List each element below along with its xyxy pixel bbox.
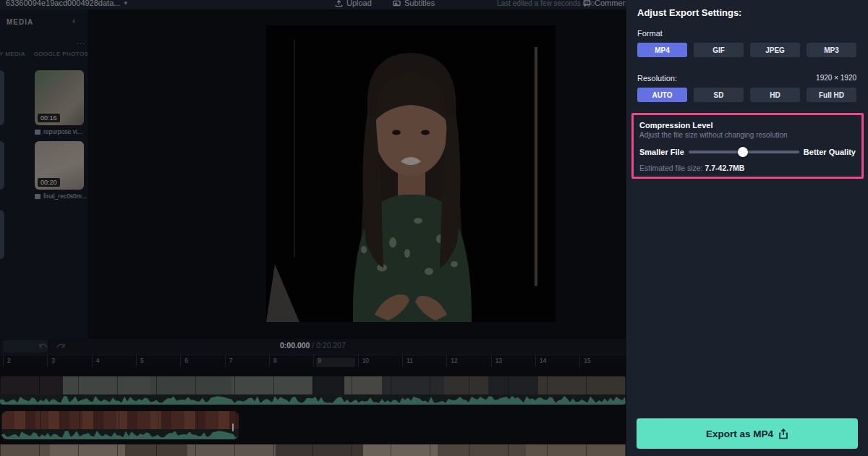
compression-slider-knob[interactable] [738,147,748,157]
subtitles-label: Subtitles [404,0,435,7]
media-item-partial[interactable] [0,70,4,125]
clip-thumbnails [0,376,626,394]
compression-highlight-box: Compression Level Adjust the file size w… [631,113,864,179]
ruler-tick-label: 2 [7,357,11,364]
format-button-group: MP4GIFJPEGMP3 [637,43,856,57]
ruler-tick-line [358,355,359,367]
media-item-caption: final_rec0s0m... [35,193,90,200]
resolution-value: 1920 × 1920 [816,74,856,82]
project-title: 63360094e19acd0004928data... [6,0,120,7]
resolution-option-sd[interactable]: SD [694,88,744,102]
timeline-clip-track2[interactable] [1,411,239,439]
duration-badge: 00:20 [38,178,60,187]
video-editor-app: 63360094e19acd0004928data... ▾ Upload Su… [0,0,868,456]
export-button[interactable]: Export as MP4 [637,418,858,449]
ruler-tick-line [446,355,447,367]
format-label: Format [637,29,663,38]
comment-label: Commen [595,0,626,7]
ruler-tick-line [92,355,93,367]
timeline-clip-track3[interactable] [0,444,626,456]
timeline-tracks [0,367,626,456]
tab-google-photos[interactable]: GOOGLE PHOTOS [34,51,89,57]
comment-button[interactable]: Commen [583,0,626,9]
ruler-tick-line [269,355,270,367]
editor-stage: 63360094e19acd0004928data... ▾ Upload Su… [0,0,626,456]
ruler-tick-label: 9 [318,357,321,364]
resolution-button-group: AUTOSDHDFull HD [637,88,856,102]
clip-trim-handle[interactable] [232,423,234,431]
clip-waveform [0,394,626,405]
estimated-file-size: Estimated file size: 7.7-42.7MB [639,164,744,172]
timecode-display: 0:00.000 / 0:20.207 [0,341,626,350]
media-item-thumbnail[interactable]: 00:20 [35,141,84,190]
project-title-dropdown[interactable]: 63360094e19acd0004928data... ▾ [6,0,127,9]
ruler-tick-label: 3 [51,357,55,364]
timeline-clip-track1[interactable] [0,376,626,405]
ruler-tick-line [180,355,181,367]
ruler-tick-line [47,355,48,367]
ruler-tick-line [225,355,226,367]
subtitles-icon [393,0,401,7]
top-bar: 63360094e19acd0004928data... ▾ Upload Su… [0,0,626,9]
media-panel-title: MEDIA [7,18,33,26]
upload-label: Upload [346,0,372,7]
timeline-toolbar: 0:00.000 / 0:20.207 [0,339,626,355]
clip-waveform [1,429,239,439]
ruler-tick-line [402,355,403,367]
panel-title: Adjust Export Settings: [637,7,741,18]
media-item-partial[interactable] [0,141,4,190]
smaller-file-label: Smaller File [639,148,684,156]
media-item-thumbnail[interactable]: 00:16 [35,70,84,125]
comment-icon [583,0,591,7]
overflow-menu-icon[interactable]: ... [77,37,85,46]
ruler-tick-label: 13 [495,357,502,364]
last-edited-status: Last edited a few seconds ago [497,0,595,9]
timeline-ruler[interactable]: 23456789101112131415 [0,355,626,366]
upload-button[interactable]: Upload [335,0,372,9]
upload-icon [335,0,343,7]
video-file-icon [35,130,41,135]
export-settings-panel: Adjust Export Settings: Format MP4GIFJPE… [626,0,868,456]
format-option-jpeg[interactable]: JPEG [750,43,800,57]
compression-title: Compression Level [639,121,712,130]
ruler-tick-label: 6 [184,357,188,364]
file-size-value: 7.7-42.7MB [705,164,744,172]
ruler-tick-line [136,355,137,367]
video-preview[interactable] [266,25,556,322]
ruler-tick-line [579,355,580,367]
collapse-sidebar-icon[interactable]: ‹ [72,16,75,26]
media-sidebar: MEDIA ‹ ... MY MEDIA GOOGLE PHOTOS 00:16… [0,9,88,339]
ruler-tick-line [313,355,314,367]
resolution-option-full-hd[interactable]: Full HD [807,88,856,102]
ruler-tick-label: 12 [451,357,457,364]
ruler-tick-label: 11 [407,357,413,364]
tab-my-media[interactable]: MY MEDIA [0,51,25,57]
media-item-partial[interactable] [0,210,4,259]
duration-badge: 00:16 [38,114,60,122]
ruler-tick-line [535,355,536,367]
compression-slider-row: Smaller File Better Quality [639,146,856,158]
total-time: 0:20.207 [316,341,346,350]
video-preview-image [266,25,556,322]
format-option-mp4[interactable]: MP4 [637,43,687,57]
ruler-tick-label: 14 [540,357,546,364]
ruler-tick-label: 10 [362,357,369,364]
resolution-option-hd[interactable]: HD [750,88,800,102]
ruler-tick-label: 5 [140,357,144,364]
format-option-gif[interactable]: GIF [694,43,744,57]
ruler-tick-label: 15 [584,357,590,364]
better-quality-label: Better Quality [804,148,856,156]
ruler-tick-label: 4 [96,357,100,364]
compression-subtitle: Adjust the file size without changing re… [639,131,788,139]
format-option-mp3[interactable]: MP3 [807,43,856,57]
preview-canvas [88,9,626,339]
export-button-label: Export as MP4 [706,428,773,439]
compression-slider-track[interactable] [689,151,799,153]
ruler-tick-label: 7 [229,357,233,364]
video-file-icon [35,194,41,199]
subtitles-button[interactable]: Subtitles [393,0,435,9]
chevron-down-icon: ▾ [124,0,127,7]
resolution-option-auto[interactable]: AUTO [637,88,687,102]
ruler-tick-line [3,355,4,367]
clip-thumbnails [1,411,239,429]
